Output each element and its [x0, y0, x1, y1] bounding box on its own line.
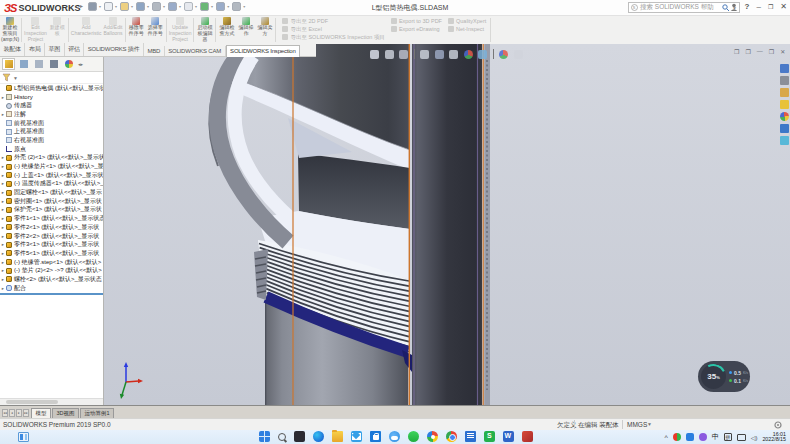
- panel-tab-dimxpert-manager[interactable]: [47, 58, 60, 70]
- user-login-icon[interactable]: [730, 3, 738, 11]
- zoom-area-icon[interactable]: [385, 50, 394, 59]
- taskbar-wps-icon[interactable]: [503, 431, 514, 442]
- options-gear-icon[interactable]: [232, 2, 241, 11]
- options-icon[interactable]: [514, 50, 523, 59]
- tree-item[interactable]: ▸(-) 温度传感器<1> (默认<<默认>_: [0, 180, 103, 189]
- home-icon[interactable]: [780, 64, 789, 73]
- expand-arrow-icon[interactable]: ▸: [80, 2, 85, 11]
- ribbon-tab-布局[interactable]: 布局: [25, 43, 45, 56]
- doc-tab-运动算例1[interactable]: 运动算例1: [80, 408, 114, 418]
- forum-icon[interactable]: [780, 136, 789, 145]
- outer-shell-cylinder[interactable]: [412, 44, 482, 405]
- print-icon[interactable]: [152, 2, 161, 11]
- edit-vendors-button[interactable]: 编辑卖方: [255, 16, 274, 44]
- taskbar-wheel-icon[interactable]: [427, 431, 438, 442]
- taskbar-search-icon[interactable]: [278, 433, 286, 441]
- edit-inspection-project-button[interactable]: EditInspectionProject: [23, 16, 48, 44]
- tree-item[interactable]: ▸密封圈<1> (默认<<默认>_显示状: [0, 197, 103, 206]
- taskbar-active-icon[interactable]: [522, 431, 533, 442]
- tray-display-icon[interactable]: [737, 434, 746, 441]
- taskbar-notebook-icon[interactable]: [465, 431, 476, 442]
- display-style-icon[interactable]: [435, 50, 444, 59]
- tray-ime-language[interactable]: 中: [712, 432, 719, 442]
- probe-sliver[interactable]: [484, 44, 490, 405]
- open-folder-icon[interactable]: [120, 2, 129, 11]
- doc-tab-nav-icon[interactable]: ▸▸: [23, 409, 29, 417]
- add-edit-balloons-button[interactable]: Add/EditBalloons: [102, 16, 123, 44]
- panel-horizontal-scrollbar[interactable]: [0, 398, 103, 405]
- model-3d-view[interactable]: [104, 44, 790, 405]
- tree-item[interactable]: 前视基准面: [0, 119, 103, 128]
- tree-item[interactable]: 原点: [0, 145, 103, 154]
- tree-item[interactable]: ▸注解: [0, 110, 103, 119]
- doc-minimize-icon[interactable]: —: [757, 48, 763, 55]
- tree-item[interactable]: ▸(-) 上盖<1> (默认<<默认>_显示状: [0, 171, 103, 180]
- doc-tab-nav-icon[interactable]: ◂: [9, 409, 15, 417]
- custom-properties-icon[interactable]: [780, 124, 789, 133]
- filter-funnel-icon[interactable]: [2, 73, 11, 82]
- tree-filter-row[interactable]: ▼: [0, 72, 103, 84]
- tray-app1-icon[interactable]: [673, 433, 681, 441]
- taskbar-mail-icon[interactable]: [351, 431, 362, 442]
- export-item[interactable]: 导出至 SOLIDWORKS Inspection 项目: [282, 34, 384, 40]
- tray-clock[interactable]: 16:01 2022/8/15: [762, 432, 786, 444]
- tree-item[interactable]: ▸(-) 绝缘垫片<1> (默认<<默认>_显: [0, 162, 103, 171]
- new-template-button[interactable]: 新建模板: [48, 16, 67, 44]
- new-inspection-project-button[interactable]: 新建检查项目(amp;N): [0, 16, 20, 44]
- new-document-icon[interactable]: [104, 2, 113, 11]
- doc-close-icon[interactable]: ✕: [780, 48, 785, 55]
- tree-item[interactable]: 上视基准面: [0, 127, 103, 136]
- section-view-icon[interactable]: [399, 50, 408, 59]
- status-units[interactable]: MMGS: [627, 421, 647, 428]
- search-input[interactable]: s 搜索 SOLIDWORKS 帮助 ▼: [628, 2, 740, 13]
- select-balloons-button[interactable]: 选择零件序号: [146, 16, 165, 44]
- export-item[interactable]: Export eDrawing: [391, 26, 442, 32]
- tray-expand-icon[interactable]: ^: [665, 434, 668, 441]
- hide-show-items-icon[interactable]: [449, 50, 458, 59]
- restore-button[interactable]: ❐: [768, 3, 773, 10]
- help-button[interactable]: ?: [745, 2, 750, 11]
- launch-template-editor-button[interactable]: 启动模板编辑器: [195, 16, 214, 44]
- add-characteristic-button[interactable]: AddCharacteristic: [70, 16, 103, 44]
- view-orientation-icon[interactable]: [420, 50, 429, 59]
- net-speed-badge[interactable]: 35% 0.5K/s0.1K/s: [698, 361, 750, 392]
- tree-item[interactable]: ▸配合: [0, 284, 103, 293]
- remove-balloons-button[interactable]: 移除零件序号: [127, 16, 146, 44]
- undo-icon[interactable]: [168, 2, 177, 11]
- tree-item[interactable]: ▸History: [0, 93, 103, 102]
- doc-restore-icon[interactable]: ❐: [769, 48, 774, 55]
- taskbar-green-icon[interactable]: [408, 431, 419, 442]
- panel-tab-configuration-manager[interactable]: [32, 58, 45, 70]
- appearances-icon[interactable]: [780, 112, 789, 121]
- taskbar-taskview-icon[interactable]: [294, 431, 305, 442]
- taskbar-weather-icon[interactable]: [389, 431, 400, 442]
- tree-item[interactable]: L型铝筒热电偶 (默认<默认_显示状态-1: [0, 84, 103, 93]
- export-item[interactable]: Export to 3D PDF: [391, 18, 442, 24]
- ribbon-tab-SOLIDWORKS CAM[interactable]: SOLIDWORKS CAM: [165, 46, 226, 56]
- tree-item[interactable]: ▸外壳 (2)<1> (默认<<默认>_显示状: [0, 154, 103, 163]
- tree-item[interactable]: ▸(-) 绝缘管.step<1> (默认<<默认>: [0, 258, 103, 267]
- tree-item[interactable]: ▸零件2<2> (默认<<默认>_显示状: [0, 232, 103, 241]
- tree-item[interactable]: ▸螺栓<2> (默认<<默认>_显示状态: [0, 275, 103, 284]
- ribbon-tab-SOLIDWORKS Inspection[interactable]: SOLIDWORKS Inspection: [226, 45, 301, 57]
- ribbon-tab-草图[interactable]: 草图: [45, 43, 65, 56]
- doc-cascade-icon[interactable]: ❐: [734, 48, 739, 55]
- tray-app2-icon[interactable]: [686, 433, 694, 441]
- design-library-icon[interactable]: [780, 76, 789, 85]
- tree-item[interactable]: ▸零件2<1> (默认<<默认>_显示状: [0, 223, 103, 232]
- export-item[interactable]: 导出至 2D PDF: [282, 18, 384, 24]
- tree-item[interactable]: 传感器: [0, 101, 103, 110]
- update-inspection-project-button[interactable]: UpdateInspectionProject: [168, 16, 193, 44]
- panel-tabs-overflow[interactable]: ◂▸: [78, 61, 83, 67]
- tray-volume-icon[interactable]: ◁): [751, 434, 758, 441]
- table-icon[interactable]: [216, 2, 225, 11]
- status-gear-icon[interactable]: [774, 421, 782, 429]
- taskbar-store-icon[interactable]: [370, 431, 381, 442]
- taskbar-edge-icon[interactable]: [313, 431, 324, 442]
- zoom-fit-icon[interactable]: [370, 50, 379, 59]
- tree-item[interactable]: ▸零件3<1> (默认<<默认>_显示状: [0, 240, 103, 249]
- export-item[interactable]: Net-Inspect: [448, 26, 486, 32]
- taskbar-start-icon[interactable]: [259, 431, 270, 442]
- doc-tab-nav-icon[interactable]: ◂◂: [2, 409, 8, 417]
- close-button[interactable]: ✕: [780, 2, 787, 11]
